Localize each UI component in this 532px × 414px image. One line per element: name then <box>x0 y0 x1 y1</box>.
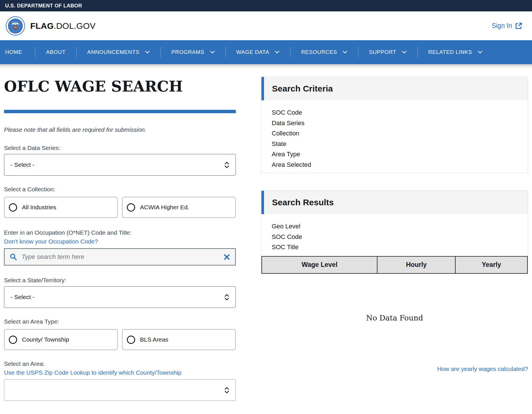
occupation-help-link[interactable]: Don't know your Occupation Code? <box>4 238 98 245</box>
collection-options: All Industries ACWIA Higher Ed. <box>4 197 236 218</box>
area-type-options: County/ Township BLS Areas <box>4 329 236 350</box>
wage-search-form: OFLC WAGE SEARCH Please note that all fi… <box>4 77 236 401</box>
area-label: Select an Area: <box>4 360 236 367</box>
criteria-item-area-selected: Area Selected <box>272 160 522 170</box>
main-navigation: HOME ABOUT ANNOUNCEMENTS PROGRAMS WAGE D… <box>0 40 532 64</box>
search-icon <box>10 253 17 261</box>
occupation-label: Enter in an Occupation (O*NET) Code and … <box>4 229 236 236</box>
option-label: BLS Areas <box>140 336 168 343</box>
nav-item-label: PROGRAMS <box>171 49 204 55</box>
wage-level-column-header: Wage Level <box>262 256 377 273</box>
brand-dolgov: .DOL.GOV <box>54 21 96 31</box>
collection-label: Select a Collection: <box>4 186 236 193</box>
main-content: OFLC WAGE SEARCH Please note that all fi… <box>0 68 532 409</box>
nav-item-label: HOME <box>5 49 22 55</box>
required-note: Please note that all fields are required… <box>4 126 236 133</box>
search-results-body: Geo Level SOC Code SOC Title <box>261 214 528 253</box>
chevron-down-icon <box>145 51 150 54</box>
nav-item-announcements[interactable]: ANNOUNCEMENTS <box>76 40 161 64</box>
nav-item-label: WAGE DATA <box>236 49 269 55</box>
nav-shadow <box>0 64 532 68</box>
collection-option-all-industries[interactable]: All Industries <box>4 197 118 218</box>
results-column: Search Criteria SOC Code Data Series Col… <box>261 77 528 401</box>
nav-item-wage-data[interactable]: WAGE DATA <box>226 40 291 64</box>
select-stepper-icon <box>224 294 229 301</box>
area-type-label: Select an Area Type: <box>4 318 236 325</box>
wage-results-table: Wage Level Hourly Yearly <box>261 256 528 274</box>
state-value: - Select - <box>11 294 34 301</box>
clear-search-icon[interactable] <box>224 254 230 260</box>
option-label: ACWIA Higher Ed. <box>140 204 189 211</box>
criteria-item-area-type: Area Type <box>272 149 522 160</box>
hourly-column-header: Hourly <box>377 256 455 273</box>
search-criteria-header: Search Criteria <box>261 77 528 100</box>
search-criteria-body: SOC Code Data Series Collection State Ar… <box>261 100 528 173</box>
nav-item-label: SUPPORT <box>369 49 396 55</box>
criteria-item-state: State <box>272 139 522 149</box>
wage-table-header-row: Wage Level Hourly Yearly <box>262 256 527 273</box>
search-criteria-title: Search Criteria <box>272 84 333 94</box>
occupation-search-box <box>4 248 236 265</box>
data-series-label: Select a Data Series: <box>4 145 236 151</box>
data-series-select[interactable]: - Select - <box>4 154 236 176</box>
nav-item-label: ANNOUNCEMENTS <box>87 49 139 55</box>
criteria-item-data-series: Data Series <box>272 118 522 129</box>
chevron-down-icon <box>275 51 279 54</box>
nav-item-label: RELATED LINKS <box>428 49 472 55</box>
dol-seal-logo <box>6 16 25 36</box>
nav-item-about[interactable]: ABOUT <box>35 40 76 64</box>
site-header: FLAG.DOL.GOV Sign In <box>0 11 532 40</box>
nav-item-support[interactable]: SUPPORT <box>358 40 417 64</box>
title-divider <box>4 110 236 113</box>
chevron-down-icon <box>343 51 347 54</box>
result-item-soc-code: SOC Code <box>272 232 522 242</box>
collection-option-acwia[interactable]: ACWIA Higher Ed. <box>122 197 236 218</box>
government-banner: U.S. DEPARTMENT OF LABOR <box>0 0 532 11</box>
state-label: Select a State/Territory: <box>4 277 236 284</box>
search-results-header: Search Results <box>261 191 528 214</box>
area-type-option-bls[interactable]: BLS Areas <box>122 329 236 350</box>
criteria-item-collection: Collection <box>272 128 522 139</box>
radio-icon <box>127 336 135 344</box>
area-type-option-county[interactable]: County/ Township <box>4 329 118 350</box>
nav-item-resources[interactable]: RESOURCES <box>290 40 358 64</box>
option-label: All Industries <box>22 204 56 211</box>
nav-item-programs[interactable]: PROGRAMS <box>161 40 226 64</box>
option-label: County/ Township <box>22 336 69 343</box>
result-item-geo-level: Geo Level <box>272 221 522 232</box>
page-title: OFLC WAGE SEARCH <box>4 79 236 94</box>
search-results-title: Search Results <box>272 198 334 207</box>
chevron-down-icon <box>478 51 482 54</box>
chevron-down-icon <box>402 51 407 54</box>
nav-item-related-links[interactable]: RELATED LINKS <box>417 40 493 64</box>
criteria-item-soc-code: SOC Code <box>272 107 522 118</box>
select-stepper-icon <box>224 162 229 168</box>
area-select[interactable] <box>4 379 236 401</box>
site-brand: FLAG.DOL.GOV <box>30 21 96 31</box>
government-banner-text: U.S. DEPARTMENT OF LABOR <box>5 3 82 9</box>
brand-flag: FLAG <box>30 21 54 31</box>
chevron-down-icon <box>210 51 215 54</box>
nav-item-label: RESOURCES <box>301 49 337 55</box>
nav-item-label: ABOUT <box>46 49 65 55</box>
state-select[interactable]: - Select - <box>4 286 236 308</box>
usps-zip-lookup-link[interactable]: Use the USPS Zip Code Lookup to identify… <box>4 369 181 376</box>
search-criteria-panel: Search Criteria SOC Code Data Series Col… <box>261 77 528 173</box>
occupation-search-input[interactable] <box>22 253 219 261</box>
nav-item-home[interactable]: HOME <box>0 40 35 64</box>
external-link-icon <box>515 22 522 30</box>
wage-calc-row: How are yearly wages calculated? <box>261 366 528 372</box>
yearly-wages-calculated-link[interactable]: How are yearly wages calculated? <box>437 366 528 372</box>
sign-in-label: Sign In <box>492 22 512 30</box>
sign-in-link[interactable]: Sign In <box>492 22 522 30</box>
radio-icon <box>127 203 135 212</box>
no-data-message: No Data Found <box>261 314 528 322</box>
yearly-column-header: Yearly <box>455 256 527 273</box>
data-series-value: - Select - <box>11 161 34 168</box>
result-item-soc-title: SOC Title <box>272 242 522 253</box>
select-stepper-icon <box>224 387 229 393</box>
radio-icon <box>9 203 17 212</box>
search-results-panel: Search Results Geo Level SOC Code SOC Ti… <box>261 190 528 274</box>
radio-icon <box>9 336 17 344</box>
